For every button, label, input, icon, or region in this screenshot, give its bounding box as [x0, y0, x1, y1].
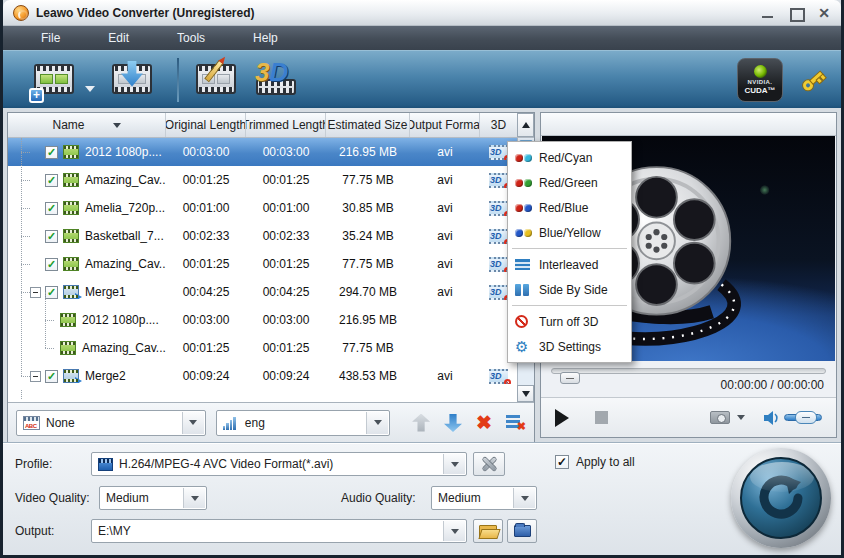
profile-select[interactable]: H.264/MPEG-4 AVC Video Format(*.avi) — [91, 452, 467, 476]
file-name: Amazing_Cav... — [85, 173, 166, 187]
table-row[interactable]: Amazing_Cav... 00:01:25 00:01:25 77.75 M… — [8, 334, 517, 362]
menu-item-red-blue[interactable]: Red/Blue — [508, 195, 631, 220]
row-3d-icon[interactable]: 3D — [489, 173, 508, 188]
subtitle-dropdown-arrow[interactable] — [182, 412, 204, 434]
open-folder-button[interactable] — [473, 519, 503, 543]
move-down-button[interactable] — [444, 414, 462, 432]
row-checkbox[interactable] — [45, 230, 58, 243]
row-checkbox[interactable] — [45, 370, 58, 383]
menu-item-side-by-side[interactable]: Side By Side — [508, 277, 631, 302]
scroll-down-button[interactable] — [517, 385, 534, 402]
column-header-output-format[interactable]: Output Format — [410, 113, 480, 137]
menu-item-turn-off-3d[interactable]: Turn off 3D — [508, 309, 631, 334]
column-header-trimmed-length[interactable]: Trimmed Length — [246, 113, 326, 137]
table-row[interactable]: Merge2 00:09:24 00:09:24 438.53 MB avi 3… — [8, 362, 517, 390]
clear-list-button[interactable]: ✖ — [506, 414, 526, 431]
output-path-select[interactable]: E:\MY — [91, 519, 467, 543]
row-3d-icon[interactable]: 3D — [489, 257, 508, 272]
snapshot-dropdown-caret[interactable] — [737, 415, 745, 420]
apply-to-all-checkbox[interactable] — [555, 455, 569, 469]
file-table-body: 2012 1080p.... 00:03:00 00:03:00 216.95 … — [8, 138, 517, 390]
file-name: Merge1 — [85, 285, 126, 299]
row-3d-icon[interactable]: 3D — [489, 201, 508, 216]
menu-tools[interactable]: Tools — [153, 31, 229, 45]
table-row[interactable]: Amazing_Cav... 00:01:25 00:01:25 77.75 M… — [8, 250, 517, 278]
row-checkbox[interactable] — [45, 146, 58, 159]
edit-video-button[interactable] — [193, 59, 239, 101]
close-button[interactable]: ✕ — [817, 7, 831, 19]
subtitle-select[interactable]: None — [16, 410, 206, 436]
file-name: Merge2 — [85, 369, 126, 383]
turn-off-3d-icon — [515, 315, 539, 328]
menu-file[interactable]: File — [17, 31, 84, 45]
menu-item-interleaved[interactable]: Interleaved — [508, 252, 631, 277]
menu-item-3d-settings[interactable]: ⚙ 3D Settings — [508, 334, 631, 359]
audio-track-select[interactable]: eng — [216, 410, 390, 436]
play-button[interactable] — [555, 409, 569, 427]
volume-speaker-icon[interactable] — [763, 410, 779, 426]
seek-handle[interactable] — [560, 372, 580, 384]
output-format: avi — [410, 229, 480, 243]
volume-handle[interactable] — [795, 411, 817, 424]
expander-icon[interactable] — [30, 287, 41, 298]
scroll-up-button[interactable] — [517, 113, 534, 137]
video-quality-dropdown-arrow[interactable] — [183, 488, 205, 508]
menu-item-red-cyan[interactable]: Red/Cyan — [508, 145, 631, 170]
row-3d-icon[interactable]: 3D — [489, 145, 508, 160]
profile-dropdown-arrow[interactable] — [443, 454, 465, 474]
seek-slider[interactable] — [551, 368, 826, 374]
browse-folder-button[interactable] — [507, 519, 537, 543]
row-checkbox[interactable] — [45, 202, 58, 215]
table-row[interactable]: 2012 1080p.... 00:03:00 00:03:00 216.95 … — [8, 306, 517, 334]
menu-item-blue-yellow[interactable]: Blue/Yellow — [508, 220, 631, 245]
3d-movie-button[interactable]: 3D — [253, 59, 299, 101]
video-file-icon — [63, 229, 79, 243]
table-row[interactable]: Amelia_720p... 00:01:00 00:01:00 30.85 M… — [8, 194, 517, 222]
menu-edit[interactable]: Edit — [84, 31, 153, 45]
stop-button[interactable] — [595, 411, 608, 424]
add-video-dropdown-caret[interactable] — [85, 86, 95, 92]
profile-edit-button[interactable] — [473, 452, 505, 476]
row-checkbox[interactable] — [45, 258, 58, 271]
audio-track-icon — [223, 416, 239, 430]
volume-slider[interactable] — [784, 414, 822, 421]
move-up-button[interactable] — [412, 414, 430, 432]
remove-file-button[interactable]: ✖ — [476, 414, 492, 432]
table-row[interactable]: Merge1 00:04:25 00:04:25 294.70 MB avi 3… — [8, 278, 517, 306]
table-row[interactable]: Basketball_7... 00:02:33 00:02:33 35.24 … — [8, 222, 517, 250]
audio-quality-select[interactable]: Medium — [431, 486, 537, 510]
estimated-size: 216.95 MB — [326, 145, 410, 159]
row-3d-icon[interactable]: 3D — [489, 369, 508, 384]
row-3d-icon[interactable]: 3D — [489, 285, 508, 300]
column-header-estimated-size[interactable]: Estimated Size — [326, 113, 410, 137]
column-header-3d[interactable]: 3D — [480, 113, 517, 137]
expander-icon[interactable] — [30, 371, 41, 382]
row-checkbox[interactable] — [45, 174, 58, 187]
table-row[interactable]: 2012 1080p.... 00:03:00 00:03:00 216.95 … — [8, 138, 517, 166]
output-dropdown-arrow[interactable] — [443, 521, 465, 541]
column-header-name[interactable]: Name — [8, 113, 166, 137]
video-quality-select[interactable]: Medium — [99, 486, 207, 510]
snapshot-camera-icon[interactable] — [710, 411, 730, 424]
audio-dropdown-arrow[interactable] — [366, 412, 388, 434]
sort-caret-icon — [113, 123, 121, 128]
minimize-button[interactable] — [761, 7, 775, 19]
menu-help[interactable]: Help — [229, 31, 302, 45]
column-header-original-length[interactable]: Original Length — [166, 113, 246, 137]
download-video-button[interactable] — [109, 59, 155, 101]
add-video-button[interactable]: + — [31, 59, 77, 101]
row-3d-icon[interactable]: 3D — [489, 229, 508, 244]
menu-item-red-green[interactable]: Red/Green — [508, 170, 631, 195]
preview-header — [541, 113, 836, 136]
original-length: 00:09:24 — [166, 369, 246, 383]
maximize-button[interactable] — [789, 7, 803, 19]
original-length: 00:01:25 — [166, 257, 246, 271]
table-row[interactable]: Amazing_Cav... 00:01:25 00:01:25 77.75 M… — [8, 166, 517, 194]
output-format: avi — [410, 201, 480, 215]
row-checkbox[interactable] — [45, 286, 58, 299]
convert-button[interactable] — [731, 448, 831, 548]
register-key-icon[interactable] — [796, 61, 833, 98]
estimated-size: 30.85 MB — [326, 201, 410, 215]
audio-quality-dropdown-arrow[interactable] — [513, 488, 535, 508]
file-name: 2012 1080p.... — [85, 145, 162, 159]
